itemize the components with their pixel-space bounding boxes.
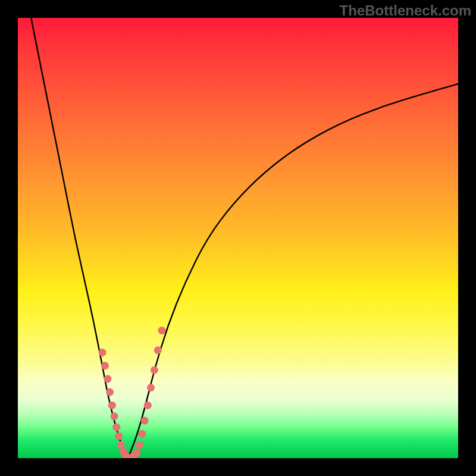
data-marker — [144, 402, 152, 409]
data-marker — [158, 327, 165, 334]
data-marker — [111, 412, 118, 420]
data-marker — [106, 389, 114, 396]
marker-group — [99, 327, 166, 458]
data-marker — [154, 346, 162, 354]
data-marker — [108, 402, 116, 409]
data-marker — [104, 375, 111, 383]
data-marker — [141, 417, 149, 425]
data-marker — [138, 430, 146, 438]
data-marker — [101, 362, 109, 369]
brand-watermark: TheBottleneck.com — [340, 2, 471, 19]
data-marker — [136, 441, 143, 449]
curve-layer — [18, 18, 458, 458]
data-marker — [147, 384, 155, 392]
data-marker — [112, 424, 120, 431]
data-marker — [99, 349, 107, 356]
right-branch-path — [128, 84, 458, 458]
data-marker — [117, 441, 125, 449]
chart-frame: TheBottleneck.com — [0, 0, 476, 476]
data-marker — [151, 367, 158, 374]
data-marker — [115, 433, 123, 440]
plot-area — [18, 18, 458, 458]
data-marker — [133, 449, 140, 457]
